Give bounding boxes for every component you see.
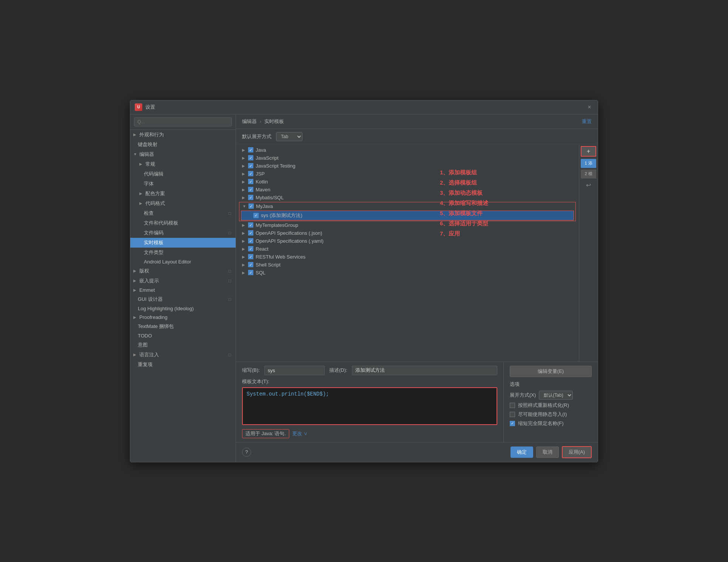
- tpl-group-kotlin[interactable]: ▶ Kotlin: [236, 178, 579, 186]
- change-link[interactable]: 更改 ∨: [292, 430, 308, 437]
- search-input[interactable]: [134, 117, 232, 126]
- checkbox-kotlin[interactable]: [248, 179, 253, 184]
- tpl-group-js-testing[interactable]: ▶ JavaScript Testing: [236, 162, 579, 170]
- checkbox-openapi-yaml[interactable]: [248, 238, 253, 243]
- expand-select[interactable]: Tab: [276, 132, 302, 141]
- sidebar-item-proofreading[interactable]: ▶ Proofreading: [130, 313, 236, 322]
- sidebar-item-emmet[interactable]: ▶ Emmet: [130, 286, 236, 294]
- checkbox-mytemplates[interactable]: [248, 222, 253, 228]
- action-btn-2[interactable]: 2 模: [581, 169, 596, 179]
- checkbox-sys[interactable]: [253, 213, 259, 218]
- sidebar-item-appearance[interactable]: ▶ 外观和行为: [130, 130, 236, 140]
- sidebar-label: 实时模板: [144, 239, 163, 246]
- sidebar-item-file-types[interactable]: 文件类型: [130, 248, 236, 257]
- opt-reformat-checkbox[interactable]: [510, 403, 515, 408]
- undo-button[interactable]: ↩: [579, 181, 598, 190]
- chevron-icon: ▶: [242, 255, 247, 259]
- opt-shorten-checkbox[interactable]: [510, 421, 515, 426]
- checkbox-react[interactable]: [248, 246, 253, 251]
- checkbox-myjava[interactable]: [248, 203, 254, 209]
- tpl-group-restful[interactable]: ▶ RESTful Web Services: [236, 253, 579, 261]
- close-button[interactable]: ×: [586, 103, 593, 111]
- sidebar-item-live-templates[interactable]: 实时模板: [130, 238, 236, 248]
- tpl-group-jsp[interactable]: ▶ JSP: [236, 170, 579, 178]
- sidebar-item-inspections[interactable]: 检查 □: [130, 208, 236, 218]
- add-button[interactable]: +: [581, 146, 596, 157]
- tpl-group-maven[interactable]: ▶ Maven: [236, 186, 579, 194]
- tpl-group-openapi-yaml[interactable]: ▶ OpenAPI Specifications (.yaml): [236, 237, 579, 245]
- lang-icon: □: [228, 353, 231, 357]
- opt-static-checkbox[interactable]: [510, 412, 515, 417]
- sidebar-item-todo[interactable]: TODO: [130, 331, 236, 340]
- edit-variables-button[interactable]: 编辑变量(E): [510, 366, 592, 377]
- tpl-group-shell[interactable]: ▶ Shell Script: [236, 261, 579, 269]
- checkbox-javascript[interactable]: [248, 155, 253, 160]
- tpl-group-openapi-json[interactable]: ▶ OpenAPI Specifications (.json): [236, 229, 579, 237]
- action-btn-1[interactable]: 1 添: [581, 159, 596, 168]
- tpl-item-sys[interactable]: sys (添加测试方法): [241, 211, 574, 220]
- sidebar-item-android-layout[interactable]: Android Layout Editor: [130, 257, 236, 266]
- template-text-area[interactable]: System.out.println($END$);: [242, 387, 497, 425]
- sidebar-item-copyright[interactable]: ▶ 版权 □: [130, 266, 236, 276]
- tpl-group-mytemplates[interactable]: ▶ MyTemplatesGroup: [236, 221, 579, 229]
- sidebar-item-editor[interactable]: ▼ 编辑器: [130, 149, 236, 159]
- tpl-group-react[interactable]: ▶ React: [236, 245, 579, 253]
- chevron-icon: ▶: [242, 271, 247, 275]
- sidebar: ▶ 外观和行为 键盘映射 ▼ 编辑器 ▶ 常规: [130, 114, 236, 462]
- tpl-group-mybatis[interactable]: ▶ Mybatis/SQL: [236, 194, 579, 202]
- checkbox-shell[interactable]: [248, 262, 253, 267]
- sidebar-item-keymap[interactable]: 键盘映射: [130, 140, 236, 149]
- sidebar-item-code-style[interactable]: ▶ 代码格式: [130, 199, 236, 208]
- group-label: JavaScript: [256, 155, 279, 161]
- sidebar-item-inlay-hints[interactable]: ▶ 嵌入提示 □: [130, 276, 236, 286]
- tpl-group-java[interactable]: ▶ Java: [236, 146, 579, 154]
- sidebar-label: 配色方案: [145, 190, 165, 197]
- sidebar-label: 文件和代码模板: [144, 220, 178, 226]
- group-label: React: [256, 246, 268, 252]
- expand-x-select[interactable]: 默认(Tab): [539, 391, 573, 400]
- sidebar-item-file-templates[interactable]: 文件和代码模板: [130, 218, 236, 228]
- checkbox-maven[interactable]: [248, 187, 253, 192]
- abbr-input[interactable]: [264, 366, 325, 375]
- abbr-label: 缩写(B):: [242, 367, 260, 374]
- tpl-group-sql[interactable]: ▶ SQL: [236, 269, 579, 277]
- sidebar-item-textmate[interactable]: TextMate 捆绑包: [130, 322, 236, 331]
- sidebar-item-font[interactable]: 字体: [130, 179, 236, 189]
- sidebar-item-gui-designer[interactable]: GUI 设计器 □: [130, 294, 236, 304]
- ok-button[interactable]: 确定: [511, 447, 533, 458]
- apply-button[interactable]: 应用(A): [562, 446, 592, 458]
- bottom-left: 缩写(B): 描述(D): 模板文本(T): System.out.printl…: [236, 362, 503, 442]
- help-button[interactable]: ?: [242, 448, 251, 457]
- expand-row: 默认展开方式 Tab: [236, 129, 598, 145]
- tpl-group-myjava[interactable]: ▼ MyJava: [239, 202, 575, 210]
- chevron-icon: ▶: [242, 156, 247, 160]
- sidebar-item-intention[interactable]: 意图: [130, 340, 236, 350]
- checkbox-mybatis[interactable]: [248, 195, 253, 200]
- sidebar-item-log-highlighting[interactable]: Log Highlighting (Ideolog): [130, 304, 236, 313]
- opt-static-label: 尽可能使用静态导入(I): [518, 411, 567, 418]
- cancel-button[interactable]: 取消: [536, 447, 559, 458]
- checkbox-jsp[interactable]: [248, 171, 253, 176]
- sidebar-item-code-editing[interactable]: 代码编辑: [130, 169, 236, 179]
- chevron-icon: ▶: [242, 231, 247, 235]
- checkbox-restful[interactable]: [248, 254, 253, 259]
- sidebar-item-reset-items[interactable]: 重复项: [130, 360, 236, 370]
- sidebar-item-file-encoding[interactable]: 文件编码 □: [130, 228, 236, 238]
- copyright-icon: □: [228, 269, 231, 273]
- checkbox-sql[interactable]: [248, 270, 253, 275]
- reset-link[interactable]: 重置: [582, 118, 592, 125]
- checkbox-openapi-json[interactable]: [248, 230, 253, 236]
- chevron-icon: ▶: [242, 223, 247, 227]
- sidebar-item-general[interactable]: ▶ 常规: [130, 159, 236, 169]
- sidebar-label: 文件编码: [144, 229, 163, 236]
- tpl-group-javascript[interactable]: ▶ JavaScript: [236, 154, 579, 162]
- chevron-icon: ▼: [242, 204, 248, 208]
- checkbox-js-testing[interactable]: [248, 163, 253, 168]
- checkbox-java[interactable]: [248, 147, 253, 152]
- desc-input[interactable]: [352, 366, 497, 375]
- group-label: MyTemplatesGroup: [256, 222, 298, 228]
- sidebar-item-color-scheme[interactable]: ▶ 配色方案: [130, 189, 236, 199]
- sidebar-label: Proofreading: [139, 314, 167, 320]
- sidebar-item-lang-injection[interactable]: ▶ 语言注入 □: [130, 350, 236, 360]
- template-list: ▶ Java ▶ JavaScript ▶ JavaScript Te: [236, 145, 579, 362]
